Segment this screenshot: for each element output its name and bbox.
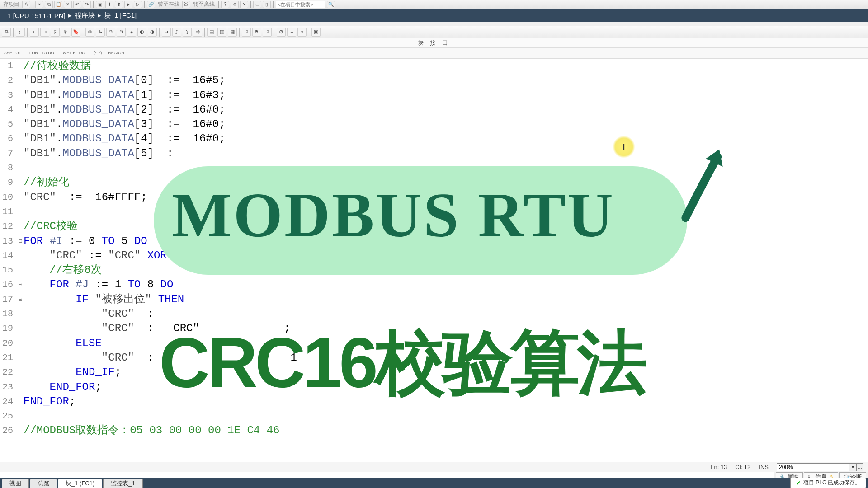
flag-b-icon[interactable]: ⚑ bbox=[252, 28, 261, 37]
go-online-icon[interactable]: 🔗 bbox=[147, 1, 155, 8]
compile-icon[interactable]: ▣ bbox=[96, 1, 104, 8]
code-text[interactable]: END_IF; bbox=[24, 365, 121, 380]
layout-a-icon[interactable]: ▭ bbox=[253, 1, 261, 8]
flag-a-icon[interactable]: ⚐ bbox=[242, 28, 251, 37]
code-line[interactable]: 5"DB1".MODBUS_DATA[3] := 16#0; bbox=[0, 117, 868, 131]
code-text[interactable]: "DB1".MODBUS_DATA[4] := 16#0; bbox=[24, 131, 226, 146]
breakpoint-icon[interactable]: ● bbox=[127, 28, 136, 37]
link2-icon[interactable]: ∝ bbox=[297, 28, 307, 37]
fold-toggle-icon[interactable]: ⊟ bbox=[17, 234, 24, 249]
region-b-icon[interactable]: ▥ bbox=[217, 28, 226, 37]
layout-b-icon[interactable]: ▯ bbox=[263, 1, 271, 8]
code-line[interactable]: 25 bbox=[0, 409, 868, 423]
collapse-icon[interactable]: ▣ bbox=[311, 28, 321, 37]
code-text[interactable]: "CRC" := 16#FFFF; bbox=[24, 190, 147, 205]
code-text[interactable]: //待校验数据 bbox=[24, 59, 91, 73]
code-line[interactable]: 2"DB1".MODBUS_DATA[0] := 16#5; bbox=[0, 73, 868, 88]
fold-toggle-icon[interactable]: ⊟ bbox=[17, 292, 24, 307]
delete-icon[interactable]: ✕ bbox=[64, 1, 72, 8]
code-text[interactable]: "DB1".MODBUS_DATA[2] := 16#0; bbox=[24, 103, 226, 117]
link-icon[interactable]: ∞ bbox=[287, 28, 296, 37]
snippet-while[interactable]: WHILE.. DO.. bbox=[61, 51, 89, 55]
goto-def-icon[interactable]: ⤴ bbox=[172, 28, 181, 37]
tool-icon[interactable]: ⚙ bbox=[231, 1, 239, 8]
code-text[interactable]: "CRC" : bbox=[24, 307, 154, 321]
code-line[interactable]: 4"DB1".MODBUS_DATA[2] := 16#0; bbox=[0, 103, 868, 117]
code-text[interactable]: ELSE bbox=[24, 336, 102, 351]
help-icon[interactable]: ? bbox=[221, 1, 229, 8]
save-project-label[interactable]: 存项目 bbox=[2, 0, 21, 8]
uncomment-icon[interactable]: ⎗ bbox=[61, 28, 70, 37]
settings-icon[interactable]: ⚙ bbox=[277, 28, 286, 37]
cut-icon[interactable]: ✂ bbox=[35, 1, 43, 8]
undo-icon[interactable]: ↶ bbox=[73, 1, 81, 8]
flag-c-icon[interactable]: ⚐ bbox=[263, 28, 272, 37]
zoom-select[interactable] bbox=[777, 463, 849, 471]
code-text[interactable]: "DB1".MODBUS_DATA[1] := 16#3; bbox=[24, 88, 226, 103]
code-text[interactable]: //初始化 bbox=[24, 175, 69, 190]
code-text[interactable]: "DB1".MODBUS_DATA[3] := 16#0; bbox=[24, 117, 226, 131]
go-offline-icon[interactable]: ⛓ bbox=[182, 1, 190, 8]
tab-block-fc1[interactable]: 块_1 (FC1) bbox=[58, 479, 102, 488]
crumb-plc[interactable]: _1 [CPU 1511-1 PN] bbox=[4, 12, 66, 19]
paste-icon[interactable]: 📋 bbox=[54, 1, 62, 8]
crumb-fc1[interactable]: 块_1 [FC1] bbox=[104, 11, 137, 20]
monitor-icon[interactable]: 👁 bbox=[85, 28, 94, 37]
indent-in-icon[interactable]: ⇥ bbox=[40, 28, 49, 37]
code-text[interactable]: //右移8次 bbox=[24, 263, 102, 277]
code-line[interactable]: 6"DB1".MODBUS_DATA[4] := 16#0; bbox=[0, 131, 868, 146]
goto-use-icon[interactable]: ⇉ bbox=[193, 28, 202, 37]
bp2-icon[interactable]: ◐ bbox=[137, 28, 146, 37]
snippet-comment[interactable]: (*..*) bbox=[92, 51, 103, 55]
update-icon[interactable]: ⇅ bbox=[2, 28, 11, 37]
zoom-dropdown-icon[interactable]: ▾ bbox=[849, 463, 856, 471]
bookmark-icon[interactable]: 🔖 bbox=[71, 28, 80, 37]
download-icon[interactable]: ⬇ bbox=[105, 1, 113, 8]
fold-toggle-icon[interactable]: ⊟ bbox=[17, 277, 24, 292]
crumb-blocks[interactable]: 程序块 bbox=[75, 11, 95, 20]
upload-icon[interactable]: ⬆ bbox=[115, 1, 123, 8]
bp3-icon[interactable]: ◑ bbox=[148, 28, 157, 37]
code-line[interactable]: 16⊟ FOR #J := 1 TO 8 DO bbox=[0, 277, 868, 292]
comment-icon[interactable]: ⎘ bbox=[51, 28, 60, 37]
code-text[interactable]: "DB1".MODBUS_DATA[5] : bbox=[24, 146, 173, 161]
snippet-case[interactable]: ASE.. OF.. bbox=[3, 51, 24, 55]
tab-overview[interactable]: 总览 bbox=[30, 479, 57, 488]
step-over-icon[interactable]: ↷ bbox=[106, 28, 115, 37]
redo-icon[interactable]: ↷ bbox=[83, 1, 91, 8]
region-c-icon[interactable]: ▦ bbox=[228, 28, 237, 37]
goto-ref-icon[interactable]: ⤵ bbox=[183, 28, 192, 37]
print-icon[interactable]: ⎙ bbox=[22, 1, 30, 8]
go-online-label[interactable]: 转至在线 bbox=[156, 0, 181, 8]
project-search-input[interactable] bbox=[276, 1, 326, 8]
region-a-icon[interactable]: ▤ bbox=[207, 28, 216, 37]
code-line[interactable]: 1//待校验数据 bbox=[0, 59, 868, 73]
indent-out-icon[interactable]: ⇤ bbox=[30, 28, 39, 37]
tab-watch-table[interactable]: 监控表_1 bbox=[103, 479, 142, 488]
code-text[interactable]: FOR #I := 0 TO 5 DO bbox=[24, 234, 147, 249]
snippet-for[interactable]: FOR.. TO DO.. bbox=[28, 51, 58, 55]
run-icon[interactable]: ▷ bbox=[134, 1, 142, 8]
code-line[interactable]: 7"DB1".MODBUS_DATA[5] : bbox=[0, 146, 868, 161]
code-line[interactable]: 26//MODBUS取数指令：05 03 00 00 00 1E C4 46 bbox=[0, 423, 868, 438]
code-text[interactable]: IF "被移出位" THEN bbox=[24, 292, 184, 307]
goto-icon[interactable]: ➜ bbox=[162, 28, 171, 37]
go-offline-label[interactable]: 转至离线 bbox=[192, 0, 216, 8]
simulate-icon[interactable]: ▶ bbox=[124, 1, 132, 8]
step-in-icon[interactable]: ↳ bbox=[96, 28, 105, 37]
snippet-region[interactable]: REGION bbox=[107, 51, 126, 55]
zoom-minus-icon[interactable]: … bbox=[856, 463, 863, 471]
code-text[interactable]: //CRC校验 bbox=[24, 219, 78, 234]
code-text[interactable]: FOR #J := 1 TO 8 DO bbox=[24, 277, 173, 292]
tab-view[interactable]: 视图 bbox=[2, 479, 29, 488]
code-text[interactable]: //MODBUS取数指令：05 03 00 00 00 1E C4 46 bbox=[24, 423, 279, 438]
zoom-control[interactable]: ▾ … bbox=[777, 463, 863, 471]
code-text[interactable]: "DB1".MODBUS_DATA[0] := 16#5; bbox=[24, 73, 226, 88]
code-text[interactable]: END_FOR; bbox=[24, 380, 102, 394]
code-line[interactable]: 17⊟ IF "被移出位" THEN bbox=[0, 292, 868, 307]
code-text[interactable]: END_FOR; bbox=[24, 394, 75, 409]
copy-icon[interactable]: ⧉ bbox=[45, 1, 53, 8]
code-line[interactable]: 3"DB1".MODBUS_DATA[1] := 16#3; bbox=[0, 88, 868, 103]
search-icon[interactable]: 🔍 bbox=[327, 1, 335, 8]
tag-icon[interactable]: 🏷 bbox=[16, 28, 25, 37]
